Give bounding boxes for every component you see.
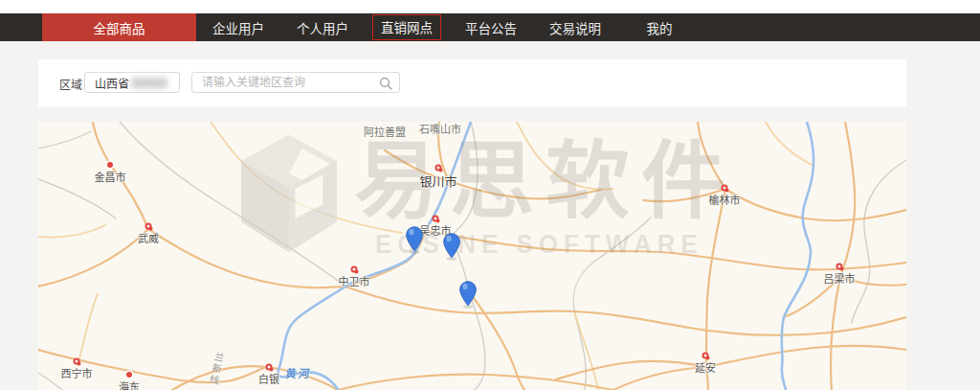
- nav-tab-1[interactable]: 全部商品: [42, 13, 196, 41]
- nav-tab-4[interactable]: 直销网点: [365, 13, 449, 41]
- region-select-value: 山西省: [95, 75, 129, 91]
- page: 全部商品企业用户个人用户直销网点平台公告交易说明我的 区域 : 山西省: [0, 0, 980, 390]
- region-search-input[interactable]: [192, 73, 399, 92]
- region-select[interactable]: 山西省: [84, 72, 180, 93]
- nav-tab-label: 交易说明: [549, 18, 601, 37]
- nav-tab-label: 我的: [647, 18, 673, 37]
- blue-location-pin-1[interactable]: [405, 226, 424, 255]
- blue-location-pin-3[interactable]: [458, 281, 478, 310]
- magnifier-icon[interactable]: [379, 77, 392, 90]
- nav-tab-3[interactable]: 个人用户: [280, 13, 365, 41]
- map-roads-layer: [38, 122, 906, 390]
- search-box: [191, 72, 400, 93]
- nav-tab-label: 全部商品: [94, 18, 145, 37]
- nav-tab-label: 直销网点: [372, 14, 441, 40]
- nav-tab-6[interactable]: 交易说明: [533, 13, 617, 41]
- main-nav: 全部商品企业用户个人用户直销网点平台公告交易说明我的: [0, 13, 980, 41]
- nav-tab-label: 平台公告: [465, 18, 517, 37]
- nav-tab-label: 企业用户: [212, 18, 264, 37]
- nav-tab-2[interactable]: 企业用户: [196, 13, 280, 41]
- nav-tab-5[interactable]: 平台公告: [449, 13, 533, 41]
- nav-tab-label: 个人用户: [297, 18, 348, 37]
- filter-panel: 区域 : 山西省: [38, 59, 906, 106]
- blue-location-pin-2[interactable]: [442, 233, 461, 262]
- redacted-text-blur: [131, 78, 167, 88]
- map-canvas[interactable]: 易思软件 EOSINE SOFTWARE 阿拉善盟石嘴山市银川市吴忠市中卫市金昌…: [38, 122, 906, 390]
- top-white-strip: [0, 0, 980, 13]
- nav-tab-7[interactable]: 我的: [617, 13, 702, 41]
